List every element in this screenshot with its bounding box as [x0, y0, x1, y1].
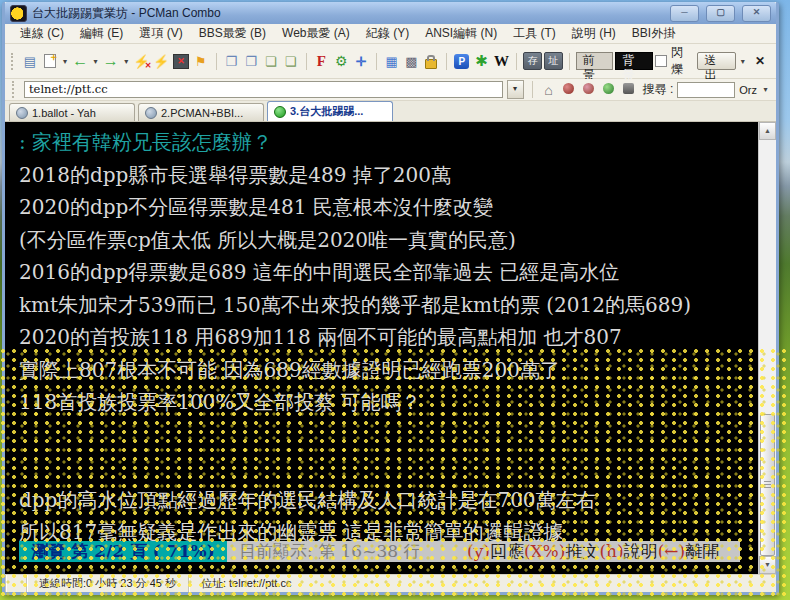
address-dropdown-icon[interactable]: ▾: [507, 80, 524, 99]
toolbar-separator: [569, 53, 570, 70]
menu-help[interactable]: 說明 (H): [565, 24, 623, 43]
globe-brown-icon[interactable]: [581, 83, 597, 97]
send-dropdown-icon[interactable]: ▾: [738, 57, 747, 66]
connect-icon[interactable]: ⚡: [152, 52, 170, 70]
toolbar-separator: [216, 53, 217, 70]
disconnect-icon[interactable]: ⚡✕: [133, 52, 151, 70]
scroll-down-icon[interactable]: ▼: [759, 556, 776, 574]
bbs-hotkey-part: (←): [658, 541, 686, 561]
bbs-text-line: : 家裡有韓粉兄長該怎麼辦？: [19, 126, 758, 159]
tab-label: 1.ballot - Yah: [32, 107, 96, 119]
window-title: 台大批踢踢實業坊 - PCMan Combo: [32, 5, 663, 22]
addressbar-separator: [532, 81, 533, 98]
addressbar: telnet://ptt.cc ▾ ⌂ 搜尋 : Orz ▾: [5, 79, 776, 101]
paste-icon[interactable]: ❏: [262, 52, 280, 70]
clover-icon[interactable]: ✱: [473, 52, 491, 70]
bbs-text-line: [19, 419, 758, 452]
bbs-article-text: : 家裡有韓粉兄長該怎麼辦？2018的dpp縣市長選舉得票數是489 掉了200…: [5, 126, 758, 541]
bbs-hotkey-part: (h): [599, 541, 623, 561]
copy-ansi-icon[interactable]: ❐: [242, 52, 260, 70]
bbs-text-line: 所以817毫無疑義是作出來的幽靈票 這是非常簡單的邏輯證據: [19, 516, 758, 541]
back-icon[interactable]: ←: [71, 52, 89, 70]
maximize-button[interactable]: ▢: [706, 5, 735, 22]
close-session-icon[interactable]: ✕: [172, 52, 190, 70]
foreground-button[interactable]: 前景: [576, 52, 614, 70]
scrollbar-thumb[interactable]: [760, 414, 775, 556]
minimize-button[interactable]: ─: [670, 5, 699, 22]
tab-label: 3.台大批踢踢...: [290, 104, 363, 119]
bbs-hotkey-part: 說明: [624, 541, 658, 561]
bbs-status-line: 瀏覽 第 2/2 頁 ( 71%) 目前顯示: 第 16~38 行 (y)回應(…: [19, 541, 740, 562]
bbs-text-line: 2020的首投族118 用689加118 兩個不可能的最高點相加 也才807: [19, 321, 758, 354]
close-button[interactable]: ✕: [742, 5, 771, 22]
tab-page-icon: [16, 107, 28, 119]
save-button[interactable]: 存: [523, 52, 542, 70]
search-engine-dropdown-icon[interactable]: ▾: [761, 85, 770, 94]
blink-checkbox[interactable]: [655, 55, 667, 67]
search-engine-label[interactable]: Orz: [739, 84, 757, 96]
bbs-hotkey-part: 推文: [565, 541, 599, 561]
wikipedia-icon[interactable]: W: [493, 52, 511, 70]
addressbar-grip[interactable]: [12, 81, 17, 98]
copy-icon[interactable]: ❐: [223, 52, 241, 70]
new-connection-icon[interactable]: ＋: [41, 52, 59, 70]
menu-connect[interactable]: 連線 (C): [13, 24, 71, 43]
bbs-text-line: 2016的dpp得票數是689 這年的中間選民全部靠過去 已經是高水位: [19, 256, 758, 289]
toolbar-close-icon[interactable]: ✕: [749, 54, 771, 68]
scroll-up-icon[interactable]: ▲: [759, 122, 776, 140]
pcman-app-icon: [10, 5, 27, 22]
settings-gear-icon[interactable]: ⚙: [332, 52, 350, 70]
back-dropdown-icon[interactable]: ▾: [91, 57, 100, 66]
terminal-scrollbar[interactable]: ▲ ▼: [758, 122, 776, 574]
tab-2[interactable]: 2.PCMAN+BBI...: [138, 103, 264, 121]
tab-connected-icon: [274, 106, 286, 118]
bbs-hotkey-part: 離開: [685, 541, 719, 561]
send-button[interactable]: 送出: [697, 52, 737, 70]
menu-history[interactable]: 紀錄 (Y): [359, 24, 416, 43]
toolbar-separator: [306, 53, 307, 70]
bbs-text-line: dpp的高水位頂點經過歷年的選民結構及人口統計是在700萬左右: [19, 484, 758, 517]
paste-color-icon[interactable]: ❏: [282, 52, 300, 70]
display-icon[interactable]: [621, 83, 637, 97]
bbs-text-line: 2018的dpp縣市長選舉得票數是489 掉了200萬: [19, 159, 758, 192]
bbs-text-line: kmt朱加宋才539而已 150萬不出來投的幾乎都是kmt的票 (2012的馬6…: [19, 289, 758, 322]
bookmark-icon[interactable]: ⚑: [192, 52, 210, 70]
menu-edit[interactable]: 編輯 (E): [73, 24, 130, 43]
menu-ansi-editor[interactable]: ANSI編輯 (N): [418, 24, 504, 43]
blink-label: 閃爍: [671, 44, 695, 78]
search-input[interactable]: [677, 82, 735, 98]
forward-dropdown-icon[interactable]: ▾: [122, 57, 131, 66]
font-icon[interactable]: F: [313, 52, 331, 70]
tab-1[interactable]: 1.ballot - Yah: [9, 103, 135, 121]
menu-web-favorites[interactable]: Web最愛 (A): [275, 24, 357, 43]
menu-options[interactable]: 選項 (V): [132, 24, 189, 43]
globe-green-icon[interactable]: [601, 83, 617, 97]
connection-time: 連線時間:0 小時 23 分 45 秒: [26, 575, 188, 592]
table-icon[interactable]: ▩: [403, 52, 421, 70]
globe-red-icon[interactable]: [561, 83, 577, 97]
image-icon[interactable]: ▦: [383, 52, 401, 70]
pan-icon[interactable]: ✛: [352, 52, 370, 70]
sessions-icon[interactable]: ▤: [21, 52, 39, 70]
toolbar-grip[interactable]: [11, 53, 16, 70]
lock-icon[interactable]: [422, 52, 440, 70]
pcman-window: 台大批踢踢實業坊 - PCMan Combo ─ ▢ ✕ 連線 (C)編輯 (E…: [2, 2, 779, 595]
menu-bbi-plugin[interactable]: BBI外掛: [625, 24, 682, 43]
bbs-text-line: 118首投族投票率100%又全部投蔡 可能嗎？: [19, 386, 758, 419]
menubar: 連線 (C)編輯 (E)選項 (V)BBS最愛 (B)Web最愛 (A)紀錄 (…: [5, 24, 776, 44]
terminal: : 家裡有韓粉兄長該怎麼辦？2018的dpp縣市長選舉得票數是489 掉了200…: [5, 122, 776, 574]
address-button[interactable]: 址: [544, 52, 563, 70]
bbs-hotkey-part: 回應: [490, 541, 524, 561]
titlebar[interactable]: 台大批踢踢實業坊 - PCMan Combo ─ ▢ ✕: [5, 2, 776, 24]
forward-icon[interactable]: →: [102, 52, 120, 70]
menu-tools[interactable]: 工具 (T): [506, 24, 563, 43]
tab-3[interactable]: 3.台大批踢踢...: [267, 101, 393, 121]
desktop-wallpaper: 台大批踢踢實業坊 - PCMan Combo ─ ▢ ✕ 連線 (C)編輯 (E…: [0, 0, 790, 600]
address-input[interactable]: telnet://ptt.cc: [24, 81, 503, 98]
bbs-hotkeys: (y)回應(X%)推文(h)說明(←)離開: [467, 541, 740, 562]
pcman-web-icon[interactable]: P: [453, 52, 471, 70]
background-button[interactable]: 背景: [615, 52, 653, 70]
menu-bbs-favorites[interactable]: BBS最愛 (B): [192, 24, 273, 43]
new-connection-dropdown-icon[interactable]: ▾: [60, 57, 69, 66]
home-icon[interactable]: ⌂: [541, 82, 557, 98]
